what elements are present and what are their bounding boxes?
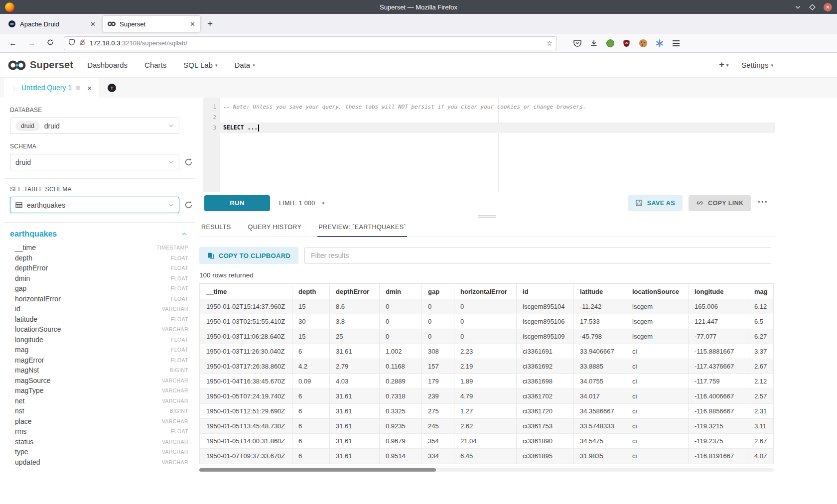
editor-line[interactable]: 1-- Note: Unless you save your query, th…	[203, 102, 775, 112]
window-minimize-icon[interactable]	[795, 4, 801, 10]
table-row[interactable]: 1950-01-04T16:38:45.670Z0.094.030.288917…	[200, 374, 774, 389]
nav-item-data[interactable]: Data▾	[234, 61, 255, 69]
add-new-button[interactable]: +▾	[719, 60, 728, 70]
sql-editor[interactable]: 1-- Note: Unless you save your query, th…	[199, 98, 775, 192]
table-row[interactable]: 1950-01-03T02:51:55.410Z303.8000iscgem89…	[200, 314, 774, 329]
schema-column-row[interactable]: magTypeVARCHAR	[15, 385, 188, 396]
download-icon[interactable]	[589, 39, 598, 47]
schema-column-row[interactable]: typeVARCHAR	[15, 447, 188, 457]
column-header[interactable]: mag	[748, 284, 774, 299]
schema-column-row[interactable]: longitudeFLOAT	[15, 335, 188, 345]
limit-dropdown[interactable]: LIMIT: 1 000 ▾	[279, 200, 324, 207]
filter-results-input[interactable]	[304, 247, 771, 264]
copy-link-button[interactable]: COPY LINK	[689, 195, 751, 211]
editor-line[interactable]: 3SELECT ...	[203, 123, 775, 133]
superset-logo[interactable]: Superset	[8, 59, 73, 71]
schema-column-row[interactable]: nstBIGINT	[15, 406, 188, 416]
schema-column-row[interactable]: locationSourceVARCHAR	[15, 324, 188, 335]
tab-preview-earthquakes[interactable]: PREVIEW: `EARTHQUAKES`	[317, 219, 407, 237]
tab-close-icon[interactable]: ✕	[90, 20, 96, 28]
column-header[interactable]: id	[517, 284, 574, 299]
schema-column-row[interactable]: magErrorFLOAT	[15, 355, 188, 366]
table-row[interactable]: 1950-01-02T15:14:37.960Z158.6000iscgem89…	[200, 299, 774, 314]
ublock-icon[interactable]: UO	[622, 39, 631, 47]
browser-tab-superset[interactable]: Superset ✕	[103, 16, 200, 32]
schema-column-row[interactable]: idVARCHAR	[15, 304, 188, 314]
schema-column-row[interactable]: dminFLOAT	[15, 273, 188, 284]
copy-to-clipboard-button[interactable]: COPY TO CLIPBOARD	[199, 247, 298, 264]
new-tab-button[interactable]: +	[201, 18, 219, 29]
schema-column-row[interactable]: updatedVARCHAR	[15, 457, 188, 468]
nav-item-sql-lab[interactable]: SQL Lab▾	[183, 61, 217, 69]
bookmark-star-icon[interactable]: ☆	[546, 39, 553, 47]
cookie-icon[interactable]	[639, 39, 647, 47]
schema-column-row[interactable]: statusVARCHAR	[15, 437, 188, 447]
scrollbar-thumb[interactable]	[199, 468, 436, 472]
column-header[interactable]: dmin	[380, 284, 422, 299]
column-header[interactable]: gap	[422, 284, 454, 299]
column-header[interactable]: longitude	[689, 284, 748, 299]
menu-icon[interactable]	[672, 39, 680, 47]
query-tab-close-icon[interactable]: ×	[87, 84, 92, 92]
table-select[interactable]: earthquakes	[10, 197, 179, 213]
schema-column-row[interactable]: depthFLOAT	[15, 253, 188, 263]
drag-handle-icon[interactable]: ⋮	[11, 84, 17, 92]
tab-close-icon[interactable]: ✕	[190, 20, 195, 28]
table-row[interactable]: 1950-01-05T14:00:31.860Z631.610.96793542…	[200, 434, 774, 449]
column-header[interactable]: locationSource	[626, 284, 689, 299]
save-as-button[interactable]: SAVE AS	[628, 195, 683, 211]
horizontal-scrollbar[interactable]	[199, 468, 774, 472]
window-close-icon[interactable]: ✕	[824, 3, 832, 11]
column-header[interactable]: latitude	[574, 284, 626, 299]
pocket-icon[interactable]	[573, 39, 581, 47]
table-row[interactable]: 1950-01-03T17:26:38.860Z4.22.790.1168157…	[200, 359, 774, 374]
window-maximize-icon[interactable]	[809, 4, 816, 10]
nav-item-dashboards[interactable]: Dashboards	[87, 61, 128, 69]
url-bar[interactable]: 172.18.0.3:32108/superset/sqllab/ ☆	[64, 36, 557, 50]
back-icon[interactable]: ←	[5, 39, 21, 48]
add-query-tab-button[interactable]: +	[99, 78, 125, 98]
table-row[interactable]: 1950-01-07T09:37:33.670Z631.610.95143346…	[200, 449, 774, 464]
editor-line[interactable]: 2	[203, 112, 775, 123]
insecure-lock-icon[interactable]	[79, 38, 86, 48]
schema-panel-title[interactable]: earthquakes	[10, 230, 57, 239]
schema-column-row[interactable]: magSourceVARCHAR	[15, 376, 188, 386]
run-button[interactable]: RUN	[204, 195, 270, 211]
schema-column-row[interactable]: magFLOAT	[15, 345, 188, 355]
query-tab-active[interactable]: ⋮ Untitled Query 1 ×	[4, 78, 99, 98]
settings-menu[interactable]: Settings▾	[741, 61, 773, 69]
schema-column-row[interactable]: placeVARCHAR	[15, 416, 188, 427]
schema-column-row[interactable]: latitudeFLOAT	[15, 314, 188, 325]
browser-tab-druid[interactable]: Apache Druid ✕	[3, 16, 101, 32]
schema-select[interactable]: druid	[10, 154, 179, 170]
chevron-up-icon[interactable]	[181, 231, 187, 237]
schema-column-row[interactable]: magNstBIGINT	[15, 365, 188, 376]
database-select[interactable]: druid druid	[10, 118, 179, 134]
column-header[interactable]: depth	[292, 284, 330, 299]
schema-column-row[interactable]: depthErrorFLOAT	[15, 263, 188, 273]
schema-column-row[interactable]: rmsFLOAT	[15, 426, 188, 437]
table-row[interactable]: 1950-01-05T13:45:48.730Z631.610.92352452…	[200, 419, 774, 434]
schema-column-row[interactable]: horizontalErrorFLOAT	[15, 294, 188, 304]
shield-icon[interactable]	[68, 38, 75, 48]
tab-results[interactable]: RESULTS	[200, 219, 232, 237]
column-header[interactable]: horizontalError	[454, 284, 517, 299]
reload-icon[interactable]	[43, 39, 58, 48]
panel-resize-handle[interactable]	[199, 214, 775, 219]
forward-icon[interactable]: →	[24, 39, 40, 48]
more-actions-button[interactable]: •••	[757, 199, 770, 208]
schema-column-row[interactable]: gapFLOAT	[15, 283, 188, 294]
table-row[interactable]: 1950-01-03T11:26:30.040Z631.611.0023082.…	[200, 344, 774, 359]
schema-column-row[interactable]: netVARCHAR	[15, 396, 188, 406]
container-icon[interactable]	[655, 39, 664, 47]
nav-item-charts[interactable]: Charts	[144, 61, 166, 69]
table-row[interactable]: 1950-01-05T07:24:19.740Z631.610.73182394…	[200, 389, 774, 404]
privacy-badger-icon[interactable]	[606, 39, 614, 47]
refresh-schema-icon[interactable]	[184, 158, 193, 166]
tab-query-history[interactable]: QUERY HISTORY	[247, 219, 303, 237]
schema-column-row[interactable]: __timeTIMESTAMP	[15, 243, 188, 253]
table-row[interactable]: 1950-01-03T11:06:28.640Z1525000iscgem895…	[200, 329, 774, 344]
refresh-table-icon[interactable]	[184, 201, 193, 209]
column-header[interactable]: __time	[200, 284, 292, 299]
table-row[interactable]: 1950-01-05T12:51:29.690Z631.610.33252751…	[200, 404, 774, 419]
